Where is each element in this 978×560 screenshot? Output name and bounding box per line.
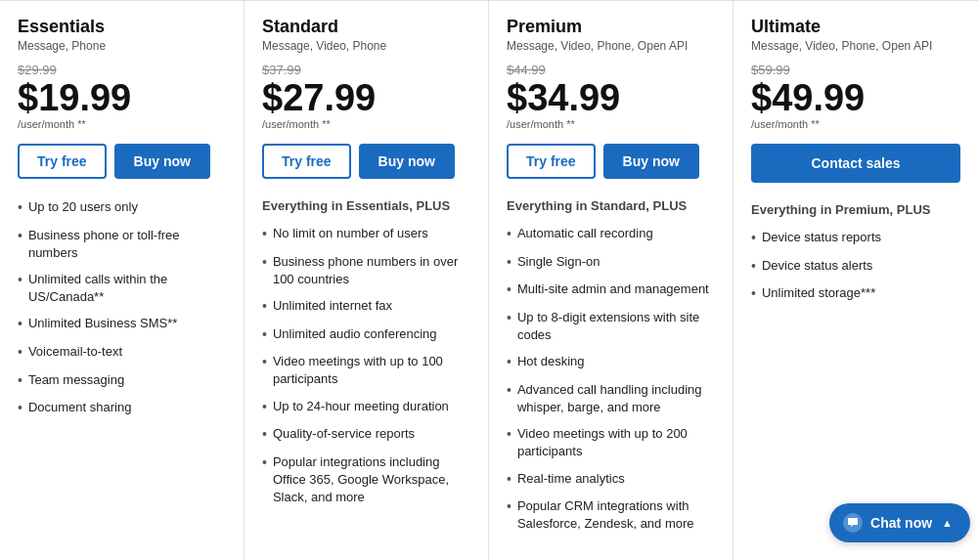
ultimate-subtitle: Message, Video, Phone, Open API — [751, 39, 960, 53]
list-item: Quality-of-service reports — [262, 425, 470, 445]
list-item: Unlimited Business SMS** — [18, 315, 226, 334]
premium-try-button[interactable]: Try free — [507, 144, 596, 179]
standard-try-button[interactable]: Try free — [262, 144, 351, 179]
standard-price-note: /user/month ** — [262, 118, 470, 130]
premium-current-price: $34.99 — [507, 79, 715, 116]
standard-buy-button[interactable]: Buy now — [359, 144, 455, 179]
premium-buy-button[interactable]: Buy now — [603, 144, 699, 179]
ultimate-name: Ultimate — [751, 17, 960, 37]
standard-original-price: $37.99 — [262, 63, 470, 77]
list-item: Up to 24-hour meeting duration — [262, 398, 470, 417]
standard-includes: Everything in Essentials, PLUS — [262, 198, 470, 213]
essentials-price-note: /user/month ** — [18, 118, 226, 130]
list-item: Unlimited calls within the US/Canada** — [18, 271, 226, 306]
standard-btn-row: Try free Buy now — [262, 144, 470, 179]
list-item: Single Sign-on — [507, 253, 715, 273]
list-item: Business phone numbers in over 100 count… — [262, 253, 470, 288]
plan-essentials: Essentials Message, Phone $29.99 $19.99 … — [0, 1, 244, 560]
premium-name: Premium — [507, 17, 715, 37]
plan-standard: Standard Message, Video, Phone $37.99 $2… — [244, 1, 489, 560]
essentials-subtitle: Message, Phone — [18, 39, 226, 53]
list-item: Automatic call recording — [507, 225, 715, 244]
chat-bubble-icon — [847, 517, 859, 529]
essentials-try-button[interactable]: Try free — [18, 144, 107, 179]
ultimate-price-note: /user/month ** — [751, 118, 960, 130]
ultimate-original-price: $59.99 — [751, 63, 960, 77]
list-item: Unlimited storage*** — [751, 284, 960, 304]
list-item: Business phone or toll-free numbers — [18, 227, 226, 262]
list-item: Advanced call handling including whisper… — [507, 381, 715, 416]
essentials-original-price: $29.99 — [18, 63, 226, 77]
premium-includes: Everything in Standard, PLUS — [507, 198, 715, 213]
standard-current-price: $27.99 — [262, 79, 470, 116]
essentials-name: Essentials — [18, 17, 226, 37]
list-item: Multi-site admin and management — [507, 280, 715, 300]
list-item: Video meetings with up to 100 participan… — [262, 353, 470, 388]
premium-subtitle: Message, Video, Phone, Open API — [507, 39, 715, 53]
list-item: Document sharing — [18, 399, 226, 418]
plan-ultimate: Ultimate Message, Video, Phone, Open API… — [734, 1, 978, 560]
chat-label: Chat now — [870, 515, 932, 531]
ultimate-features: Device status reports Device status aler… — [751, 229, 960, 313]
list-item: Unlimited internet fax — [262, 297, 470, 317]
list-item: Team messaging — [18, 371, 226, 391]
ultimate-includes: Everything in Premium, PLUS — [751, 202, 960, 217]
chat-widget[interactable]: Chat now ▲ — [829, 503, 970, 542]
chat-icon — [843, 513, 863, 533]
list-item: Voicemail-to-text — [18, 343, 226, 363]
chevron-up-icon: ▲ — [942, 517, 953, 529]
list-item: Device status reports — [751, 229, 960, 248]
standard-subtitle: Message, Video, Phone — [262, 39, 470, 53]
list-item: Unlimited audio conferencing — [262, 325, 470, 345]
essentials-btn-row: Try free Buy now — [18, 144, 226, 179]
essentials-features: Up to 20 users only Business phone or to… — [18, 198, 226, 427]
plan-premium: Premium Message, Video, Phone, Open API … — [489, 1, 734, 560]
premium-price-note: /user/month ** — [507, 118, 715, 130]
standard-name: Standard — [262, 17, 470, 37]
list-item: Popular CRM integrations with Salesforce… — [507, 497, 715, 533]
list-item: No limit on number of users — [262, 225, 470, 244]
essentials-current-price: $19.99 — [18, 79, 226, 116]
list-item: Up to 8-digit extensions with site codes — [507, 309, 715, 344]
standard-features: No limit on number of users Business pho… — [262, 225, 470, 515]
list-item: Device status alerts — [751, 257, 960, 277]
premium-features: Automatic call recording Single Sign-on … — [507, 225, 715, 541]
premium-btn-row: Try free Buy now — [507, 144, 715, 179]
list-item: Popular integrations including Office 36… — [262, 453, 470, 507]
ultimate-contact-button[interactable]: Contact sales — [751, 144, 960, 183]
premium-original-price: $44.99 — [507, 63, 715, 77]
list-item: Real-time analytics — [507, 470, 715, 490]
list-item: Hot desking — [507, 353, 715, 372]
essentials-buy-button[interactable]: Buy now — [114, 144, 210, 179]
list-item: Up to 20 users only — [18, 198, 226, 218]
pricing-grid: Essentials Message, Phone $29.99 $19.99 … — [0, 0, 978, 560]
list-item: Video meetings with up to 200 participan… — [507, 425, 715, 460]
ultimate-current-price: $49.99 — [751, 79, 960, 116]
